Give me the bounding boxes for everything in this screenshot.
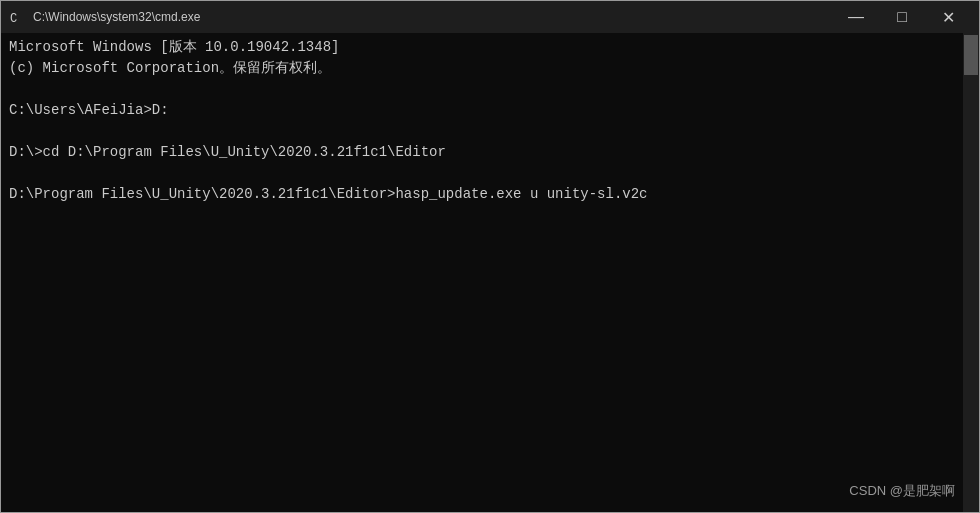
terminal-body[interactable]: Microsoft Windows [版本 10.0.19042.1348](c… bbox=[1, 33, 979, 512]
terminal-line: D:\>cd D:\Program Files\U_Unity\2020.3.2… bbox=[9, 142, 971, 163]
terminal-content: Microsoft Windows [版本 10.0.19042.1348](c… bbox=[9, 37, 971, 205]
scrollbar-thumb[interactable] bbox=[964, 35, 978, 75]
watermark: CSDN @是肥架啊 bbox=[849, 482, 955, 500]
svg-text:C: C bbox=[10, 12, 17, 25]
terminal-line: C:\Users\AFeiJia>D: bbox=[9, 100, 971, 121]
terminal-line bbox=[9, 79, 971, 100]
cmd-icon: C bbox=[9, 9, 25, 25]
title-bar-left: C C:\Windows\system32\cmd.exe bbox=[9, 9, 200, 25]
maximize-button[interactable]: □ bbox=[879, 1, 925, 33]
cmd-window: C C:\Windows\system32\cmd.exe — □ ✕ Micr… bbox=[0, 0, 980, 513]
terminal-line bbox=[9, 121, 971, 142]
title-bar: C C:\Windows\system32\cmd.exe — □ ✕ bbox=[1, 1, 979, 33]
minimize-button[interactable]: — bbox=[833, 1, 879, 33]
window-controls: — □ ✕ bbox=[833, 1, 971, 33]
terminal-line: (c) Microsoft Corporation。保留所有权利。 bbox=[9, 58, 971, 79]
scrollbar[interactable] bbox=[963, 33, 979, 512]
terminal-line bbox=[9, 163, 971, 184]
terminal-line: Microsoft Windows [版本 10.0.19042.1348] bbox=[9, 37, 971, 58]
terminal-line: D:\Program Files\U_Unity\2020.3.21f1c1\E… bbox=[9, 184, 971, 205]
close-button[interactable]: ✕ bbox=[925, 1, 971, 33]
window-title: C:\Windows\system32\cmd.exe bbox=[33, 10, 200, 24]
